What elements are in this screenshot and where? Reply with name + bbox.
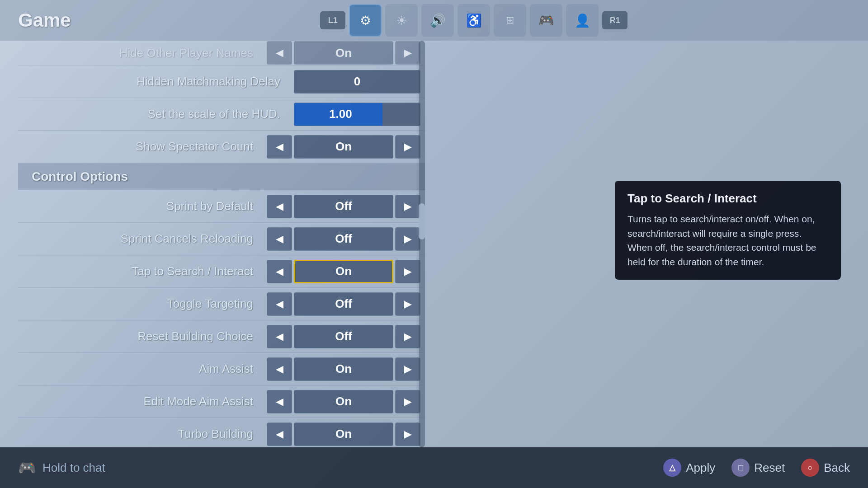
sprint-cancels-reloading-next[interactable]: ▶	[395, 227, 420, 251]
toggle-targeting-next[interactable]: ▶	[395, 292, 420, 316]
apply-label: Apply	[686, 461, 715, 475]
settings-row-hide-player-names: Hide Other Player Names ◀ On ▶	[18, 41, 425, 66]
nav-trigger-r1[interactable]: R1	[602, 11, 627, 29]
bottom-bar: 🎮 Hold to chat △ Apply □ Reset ○ Back	[0, 447, 868, 488]
arrow-right-icon: ▶	[404, 141, 412, 153]
arrow-right-icon: ▶	[404, 201, 412, 212]
sun-icon: ☀	[396, 13, 407, 28]
arrow-right-icon: ▶	[404, 428, 412, 440]
scrollbar-thumb[interactable]	[419, 203, 425, 239]
reset-building-value: Off	[294, 325, 393, 348]
tooltip-body: Turns tap to search/interact on/off. Whe…	[627, 212, 828, 269]
arrow-left-icon: ◀	[276, 266, 283, 277]
edit-mode-aim-assist-control: ◀ On ▶	[267, 390, 420, 413]
hide-player-names-value: On	[294, 41, 393, 65]
scrollbar-track	[419, 41, 425, 447]
sprint-cancels-reloading-value: Off	[294, 227, 393, 251]
settings-row-turbo-building: Turbo Building ◀ On ▶	[18, 418, 425, 447]
aim-assist-next[interactable]: ▶	[395, 357, 420, 381]
turbo-building-value: On	[294, 422, 393, 446]
hide-player-names-prev[interactable]: ◀	[267, 41, 292, 65]
hide-player-names-next[interactable]: ▶	[395, 41, 420, 65]
nav-tab-display[interactable]: ☀	[385, 4, 418, 37]
settings-row-spectator-count: Show Spectator Count ◀ On ▶	[18, 131, 425, 163]
nav-tab-controller[interactable]: 🎮	[530, 4, 562, 37]
toggle-targeting-prev[interactable]: ◀	[267, 292, 292, 316]
sprint-cancels-reloading-prev[interactable]: ◀	[267, 227, 292, 251]
spectator-count-value: On	[294, 135, 393, 159]
nav-tab-gear[interactable]: ⚙	[349, 4, 382, 37]
turbo-building-prev[interactable]: ◀	[267, 422, 292, 446]
toggle-targeting-control: ◀ Off ▶	[267, 292, 420, 316]
tap-to-search-prev[interactable]: ◀	[267, 260, 292, 283]
aim-assist-prev[interactable]: ◀	[267, 357, 292, 381]
nav-tabs: L1 ⚙ ☀ 🔊 ♿ ⊞ 🎮	[320, 4, 627, 37]
spectator-count-next[interactable]: ▶	[395, 135, 420, 159]
settings-row-sprint-by-default: Sprint by Default ◀ Off ▶	[18, 190, 425, 223]
sprint-by-default-next[interactable]: ▶	[395, 195, 420, 218]
toggle-targeting-label: Toggle Targeting	[23, 297, 267, 311]
settings-row-reset-building: Reset Building Choice ◀ Off ▶	[18, 320, 425, 353]
arrow-left-icon: ◀	[276, 396, 283, 408]
circle-icon: ○	[801, 459, 819, 477]
edit-mode-aim-assist-next[interactable]: ▶	[395, 390, 420, 413]
controller-icon: 🎮	[538, 13, 554, 28]
sprint-by-default-label: Sprint by Default	[23, 199, 267, 213]
square-icon: □	[731, 459, 750, 477]
settings-row-toggle-targeting: Toggle Targeting ◀ Off ▶	[18, 288, 425, 320]
reset-building-label: Reset Building Choice	[23, 329, 267, 343]
turbo-building-next[interactable]: ▶	[395, 422, 420, 446]
back-button[interactable]: ○ Back	[801, 459, 850, 477]
spectator-count-control: ◀ On ▶	[267, 135, 420, 159]
arrow-left-icon: ◀	[276, 428, 283, 440]
reset-building-control: ◀ Off ▶	[267, 325, 420, 348]
nav-tab-profile[interactable]: 👤	[566, 4, 599, 37]
arrow-right-icon: ▶	[404, 47, 412, 59]
section-header-control-options: Control Options	[18, 163, 425, 190]
hold-to-chat: 🎮 Hold to chat	[18, 459, 105, 476]
reset-building-prev[interactable]: ◀	[267, 325, 292, 348]
toggle-targeting-value: Off	[294, 292, 393, 316]
sprint-by-default-value: Off	[294, 195, 393, 218]
tooltip-title: Tap to Search / Interact	[627, 192, 828, 206]
bottom-actions: △ Apply □ Reset ○ Back	[663, 459, 850, 477]
hud-scale-slider[interactable]: 1.00	[294, 103, 420, 126]
matchmaking-delay-value: 0	[294, 70, 420, 94]
nav-tab-sound[interactable]: 🔊	[421, 4, 454, 37]
sprint-cancels-reloading-label: Sprint Cancels Reloading	[23, 232, 267, 246]
arrow-left-icon: ◀	[276, 363, 283, 375]
slider-fill: 1.00	[294, 103, 382, 126]
aim-assist-control: ◀ On ▶	[267, 357, 420, 381]
reset-button[interactable]: □ Reset	[731, 459, 785, 477]
spectator-count-label: Show Spectator Count	[23, 140, 267, 154]
triangle-icon: △	[663, 459, 681, 477]
nav-trigger-l1[interactable]: L1	[320, 11, 345, 29]
edit-mode-aim-assist-prev[interactable]: ◀	[267, 390, 292, 413]
tap-to-search-control: ◀ On ▶	[267, 260, 420, 283]
tap-to-search-label: Tap to Search / Interact	[23, 264, 267, 278]
arrow-right-icon: ▶	[404, 396, 412, 408]
aim-assist-value: On	[294, 357, 393, 381]
hud-scale-label: Set the scale of the HUD.	[23, 107, 294, 121]
edit-mode-aim-assist-value: On	[294, 390, 393, 413]
apply-button[interactable]: △ Apply	[663, 459, 715, 477]
edit-mode-aim-assist-label: Edit Mode Aim Assist	[23, 394, 267, 408]
arrow-left-icon: ◀	[276, 141, 283, 153]
tap-to-search-next[interactable]: ▶	[395, 260, 420, 283]
tooltip-box: Tap to Search / Interact Turns tap to se…	[615, 181, 841, 280]
tap-to-search-value: On	[294, 260, 393, 283]
spectator-count-prev[interactable]: ◀	[267, 135, 292, 159]
arrow-left-icon: ◀	[276, 331, 283, 343]
page-title: Game	[18, 9, 71, 31]
sound-icon: 🔊	[430, 13, 446, 28]
arrow-right-icon: ▶	[404, 363, 412, 375]
settings-row-aim-assist: Aim Assist ◀ On ▶	[18, 353, 425, 385]
nav-tab-accessibility[interactable]: ♿	[458, 4, 490, 37]
arrow-right-icon: ▶	[404, 331, 412, 343]
matchmaking-delay-label: Hidden Matchmaking Delay	[23, 75, 294, 89]
profile-icon: 👤	[575, 13, 590, 28]
arrow-right-icon: ▶	[404, 233, 412, 245]
nav-tab-layout[interactable]: ⊞	[494, 4, 526, 37]
sprint-by-default-prev[interactable]: ◀	[267, 195, 292, 218]
reset-building-next[interactable]: ▶	[395, 325, 420, 348]
